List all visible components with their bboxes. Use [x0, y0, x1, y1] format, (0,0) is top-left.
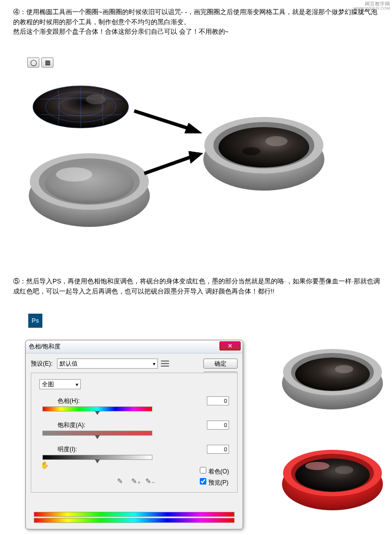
svg-line-10	[134, 111, 191, 129]
spectrum-bar-top	[34, 512, 235, 517]
svg-point-4	[86, 94, 106, 104]
hue-value[interactable]: 0	[207, 396, 229, 405]
colorize-checkbox[interactable]: 着色(O)	[200, 467, 229, 476]
eyedropper-add-icon[interactable]: ✎₊	[131, 477, 140, 486]
gradient-mesh-ellipse	[30, 82, 131, 132]
channel-select[interactable]: 全图	[39, 379, 81, 389]
arrow-bottom	[142, 150, 204, 179]
mesh-tool-icon: ▦	[41, 57, 53, 68]
step4-text: ④：使用椭圆工具画一个圈圈~画圈圈的时候依旧可以诅咒- -，画完圈圈之后使用渐变…	[13, 7, 381, 37]
svg-point-28	[295, 458, 370, 492]
photoshop-icon: Ps	[28, 314, 42, 328]
preset-select[interactable]: 默认值	[57, 359, 158, 369]
saturation-label: 饱和度(A):	[39, 421, 85, 430]
lightness-label: 明度(I):	[39, 445, 77, 454]
svg-point-30	[305, 462, 329, 470]
svg-line-12	[144, 156, 193, 173]
svg-marker-11	[185, 123, 202, 133]
gray-bowl-empty	[26, 146, 152, 232]
hue-thumb[interactable]	[95, 411, 100, 415]
saturation-value[interactable]: 0	[207, 421, 229, 430]
slider-panel: 全图 色相(H): 0 饱和度(A): 0 明度(I): 0	[31, 373, 238, 493]
svg-point-17	[218, 127, 309, 167]
svg-point-9	[56, 167, 92, 182]
close-icon[interactable]: ✕	[219, 341, 241, 350]
preset-menu-icon[interactable]	[161, 360, 169, 367]
eyedropper-icon[interactable]: ✎	[117, 477, 126, 486]
svg-point-24	[335, 365, 353, 373]
svg-point-23	[295, 358, 370, 391]
svg-point-18	[265, 136, 288, 146]
step5-text: ⑤：然后导入PS，再使用色相饱和度调色，将砚台的身体变成红色，墨的部分当然就是黑…	[13, 276, 381, 296]
ok-button[interactable]: 确定	[203, 359, 238, 369]
lightness-value[interactable]: 0	[207, 445, 229, 454]
preview-checkbox[interactable]: 预览(P)	[200, 478, 229, 487]
svg-point-29	[335, 466, 353, 474]
eyedropper-subtract-icon[interactable]: ✎₋	[145, 477, 154, 486]
tool-icons: ◯ ▦	[27, 57, 53, 68]
target-adjust-icon[interactable]: ✋	[40, 461, 49, 469]
preset-label: 预设(E):	[31, 360, 57, 368]
saturation-thumb[interactable]	[95, 435, 100, 439]
dialog-title-text: 色相/饱和度	[29, 342, 61, 351]
arrow-top	[132, 106, 203, 136]
hue-slider[interactable]	[42, 406, 152, 411]
gray-bowl-result	[279, 343, 385, 413]
ellipse-tool-icon: ◯	[27, 57, 39, 68]
spectrum-bars	[34, 512, 235, 524]
hue-saturation-dialog: 色相/饱和度 ✕ 预设(E): 默认值 确定 复位 全图 色相(H): 0 饱和…	[25, 340, 243, 529]
red-bowl-result	[279, 444, 385, 514]
lightness-thumb[interactable]	[95, 459, 100, 463]
saturation-slider[interactable]	[42, 431, 152, 436]
gray-bowl-with-ink	[201, 110, 327, 196]
svg-point-8	[45, 163, 134, 204]
hue-label: 色相(H):	[39, 397, 80, 405]
lightness-slider[interactable]	[42, 455, 152, 460]
dialog-titlebar: 色相/饱和度 ✕	[26, 340, 243, 353]
svg-point-19	[242, 147, 260, 155]
spectrum-bar-bottom	[34, 518, 235, 523]
